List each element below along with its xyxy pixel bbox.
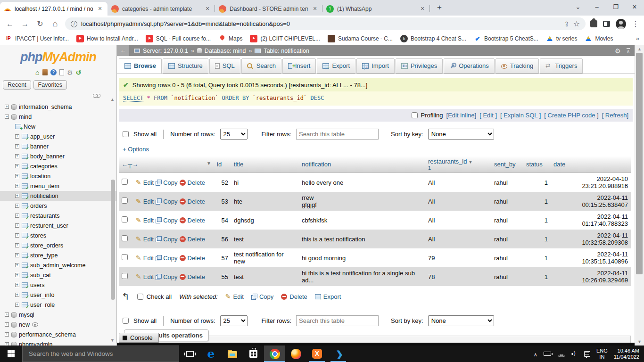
tree-table-app_user[interactable]: app_user <box>0 132 116 141</box>
col-header-date[interactable]: date <box>551 156 631 173</box>
bulk-export-button[interactable]: Export <box>315 293 341 300</box>
tree-table-user_info[interactable]: user_info <box>0 290 116 300</box>
tab-sql[interactable]: SQL <box>209 58 240 74</box>
edit-link[interactable]: Edit <box>143 217 154 224</box>
tree-table-store_type[interactable]: store_type <box>0 250 116 260</box>
profiling-checkbox[interactable] <box>412 112 418 118</box>
show-all-checkbox[interactable] <box>123 318 129 324</box>
browser-menu-icon[interactable] <box>632 19 639 28</box>
bookmark-item[interactable]: IPACCT | User infor... <box>5 35 69 42</box>
bulk-delete-button[interactable]: Delete <box>281 293 307 300</box>
tab-browse[interactable]: Browse <box>119 58 162 74</box>
row-checkbox[interactable] <box>122 235 128 241</box>
edge-button[interactable] <box>200 346 222 362</box>
tab-structure[interactable]: Structure <box>163 58 208 74</box>
tree-table-categories[interactable]: categories <box>0 161 116 171</box>
action-center-icon[interactable] <box>584 351 590 357</box>
page-settings-icon[interactable] <box>615 47 621 55</box>
sidebar-scroll-up-icon[interactable] <box>110 97 115 102</box>
tree-table-stores[interactable]: stores <box>0 230 116 240</box>
profile-avatar[interactable] <box>616 19 626 29</box>
docs-icon[interactable] <box>59 69 64 75</box>
file-explorer-button[interactable] <box>222 346 243 362</box>
task-view-button[interactable] <box>179 346 200 362</box>
transpose-header[interactable]: ←┬→ <box>119 156 214 173</box>
share-icon[interactable] <box>564 20 570 28</box>
expand-icon[interactable] <box>15 273 19 277</box>
taskbar-search[interactable]: Search the web and Windows <box>22 346 179 362</box>
tree-db-phpmyadmin[interactable]: phpmyadmin <box>0 339 116 346</box>
expand-icon[interactable] <box>5 332 9 337</box>
edit-link[interactable]: Edit <box>143 255 154 262</box>
explain-sql-link[interactable]: [ Explain SQL ] <box>500 112 541 119</box>
reload-icon[interactable] <box>35 19 45 28</box>
logout-icon[interactable] <box>42 69 48 75</box>
tree-db-information-schema[interactable]: information_schema <box>0 102 116 112</box>
store-button[interactable] <box>243 346 264 362</box>
bookmark-item[interactable]: How to install Andr... <box>76 35 138 42</box>
new-tab-button[interactable] <box>433 1 446 15</box>
tree-table-users[interactable]: users <box>0 280 116 290</box>
tree-table-restaurants[interactable]: restaurants <box>0 211 116 221</box>
tree-table-notification[interactable]: notification <box>0 191 116 201</box>
tree-table-menu_item[interactable]: menu_item <box>0 181 116 191</box>
volume-icon[interactable] <box>571 351 578 357</box>
expand-icon[interactable] <box>15 263 19 267</box>
header-dropdown-icon[interactable] <box>206 161 211 166</box>
num-rows-select[interactable]: 25 <box>220 129 248 140</box>
extensions-icon[interactable] <box>590 20 597 27</box>
collapse-toolbar-icon[interactable] <box>627 48 630 53</box>
tab-import[interactable]: Import <box>356 58 395 74</box>
breadcrumb-table[interactable]: Table: notification <box>264 48 309 54</box>
edit-link[interactable]: [ Edit ] <box>479 112 497 119</box>
row-checkbox[interactable] <box>122 179 128 185</box>
bulk-edit-button[interactable]: Edit <box>225 293 244 300</box>
home-icon[interactable] <box>35 68 40 76</box>
expand-icon[interactable] <box>15 164 19 168</box>
copy-link[interactable]: Copy <box>163 179 177 186</box>
recent-button[interactable]: Recent <box>3 80 31 90</box>
delete-link[interactable]: Delete <box>188 236 206 243</box>
phpmyadmin-logo[interactable]: phpMyAdmin <box>0 50 116 65</box>
delete-link[interactable]: Delete <box>188 179 206 186</box>
filter-input[interactable] <box>296 315 379 326</box>
expand-icon[interactable] <box>15 134 19 139</box>
collapse-icon[interactable] <box>5 115 9 119</box>
copy-link[interactable]: Copy <box>163 236 177 243</box>
start-button[interactable] <box>0 346 22 362</box>
link-icon[interactable] <box>93 94 100 98</box>
tree-new-table[interactable]: New <box>0 122 116 132</box>
scroll-down-icon[interactable] <box>635 339 644 344</box>
tree-table-store_orders[interactable]: store_orders <box>0 240 116 250</box>
tab-close-icon[interactable] <box>311 5 319 13</box>
clock[interactable]: 10:46 AM11/04/2022 <box>614 348 639 360</box>
bookmark-item[interactable]: Maps <box>218 35 242 42</box>
scroll-up-icon[interactable] <box>635 47 644 51</box>
page-scrollbar[interactable] <box>635 45 644 346</box>
minimize-icon[interactable] <box>587 0 606 16</box>
copy-link[interactable]: Copy <box>163 217 177 224</box>
delete-link[interactable]: Delete <box>188 217 206 224</box>
expand-icon[interactable] <box>15 243 19 247</box>
xampp-button[interactable] <box>306 346 328 362</box>
check-all-checkbox[interactable] <box>137 294 143 300</box>
tab-close-icon[interactable] <box>204 5 211 13</box>
breadcrumb-database[interactable]: Database: mind <box>205 48 246 54</box>
num-rows-select[interactable]: 25 <box>220 315 248 326</box>
expand-icon[interactable] <box>15 154 19 158</box>
tree-table-orders[interactable]: orders <box>0 201 116 211</box>
tab-export[interactable]: Export <box>317 58 355 74</box>
forward-icon[interactable] <box>20 20 30 28</box>
sidebar-scroll-down-icon[interactable] <box>110 338 115 343</box>
delete-link[interactable]: Delete <box>188 255 206 262</box>
expand-icon[interactable] <box>15 174 19 178</box>
tab-close-icon[interactable] <box>419 5 426 13</box>
filter-input[interactable] <box>296 129 379 140</box>
vscode-button[interactable] <box>328 346 349 362</box>
copy-link[interactable]: Copy <box>163 255 177 262</box>
expand-icon[interactable] <box>15 303 19 307</box>
edit-inline-link[interactable]: [Edit inline] <box>446 112 477 119</box>
tree-table-body_banner[interactable]: body_banner <box>0 151 116 161</box>
side-panel-icon[interactable] <box>603 21 610 27</box>
col-header-title[interactable]: title <box>231 156 299 173</box>
